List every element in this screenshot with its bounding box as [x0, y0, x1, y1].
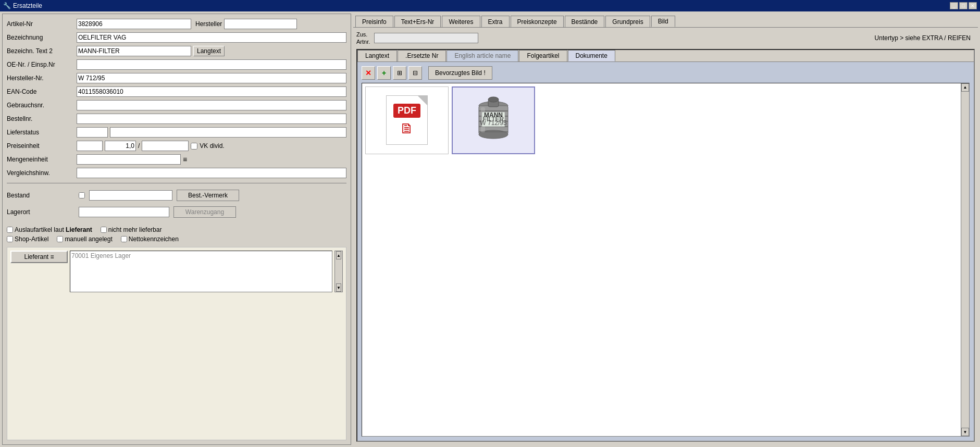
tab-extra[interactable]: Extra: [481, 16, 510, 27]
manuell-item: manuell angelegt: [57, 235, 112, 243]
bestand-row: Bestand Best.-Vermerk: [7, 190, 346, 201]
nicht-lieferbar-label: nicht mehr lieferbar: [108, 226, 162, 233]
preiseinheit-prefix-input[interactable]: [77, 141, 103, 151]
shop-artikel-item: Shop-Artikel: [7, 235, 48, 243]
main-container: Artikel-Nr Hersteller Bezeichnung Bezeic…: [0, 11, 980, 447]
zus-row: Zus.Artnr. Untertyp > siehe EXTRA / REIF…: [356, 31, 975, 46]
auslaufartikel-item: Auslaufartikel laut Lieferant: [7, 226, 92, 233]
hersteller-input[interactable]: [224, 19, 297, 29]
lagerort-row: Lagerort Warenzugang: [7, 206, 346, 218]
best-vermerk-button[interactable]: Best.-Vermerk: [177, 190, 239, 201]
preiseinheit-label: Preiseinheit: [7, 142, 75, 150]
manuell-checkbox[interactable]: [57, 236, 63, 242]
scroll-down-images[interactable]: ▼: [961, 428, 969, 436]
images-area: PDF 🗎: [362, 83, 970, 437]
scrollbar-lager[interactable]: ▲ ▼: [334, 251, 343, 292]
nicht-lieferbar-item: nicht mehr lieferbar: [101, 226, 162, 233]
vergleichshinw-row: Vergleichshinw.: [7, 167, 346, 179]
oe-nr-input[interactable]: [77, 59, 346, 70]
netto-checkbox[interactable]: [121, 236, 127, 242]
title-bar: 🔧 Ersatzteile _ □ ✕: [0, 0, 980, 11]
oil-filter-thumbnail[interactable]: MANN FILTER W 712/95: [452, 86, 535, 154]
preiseinheit-value-input[interactable]: [105, 141, 136, 151]
delete-button[interactable]: ✕: [362, 66, 375, 80]
gebrauchsnr-input[interactable]: [77, 100, 346, 110]
pdf-icon: PDF 🗎: [386, 95, 428, 145]
lieferstatus-row: Lieferstatus: [7, 127, 346, 138]
inner-tab-dokumente[interactable]: Dokumente: [568, 50, 615, 61]
view-list-button[interactable]: ⊟: [408, 66, 422, 80]
lieferstatus-text-input[interactable]: [110, 127, 346, 138]
bezeichn-text2-label: Bezeichn. Text 2: [7, 47, 75, 55]
bezeichnung-label: Bezeichnung: [7, 34, 75, 41]
hersteller-nr-input[interactable]: [77, 73, 346, 83]
maximize-button[interactable]: □: [959, 2, 967, 9]
tab-textErsNr[interactable]: Text+Ers-Nr: [394, 16, 441, 27]
bezeichn-text2-row: Bezeichn. Text 2 Langtext: [7, 45, 346, 57]
warenzugang-button[interactable]: Warenzugang: [173, 206, 236, 218]
inner-tab-langtext[interactable]: Langtext: [357, 50, 397, 61]
inner-tab-english[interactable]: English article name: [446, 50, 518, 61]
preiseinheit-unit-input[interactable]: [142, 141, 189, 151]
vergleichshinw-input[interactable]: [77, 168, 346, 178]
scroll-up-images[interactable]: ▲: [961, 83, 969, 92]
artikel-nr-label: Artikel-Nr: [7, 20, 75, 28]
inner-content: ✕ + ⊞ ⊟ Bevorzugtes Bild !: [357, 62, 974, 441]
bestellnr-input[interactable]: [77, 114, 346, 124]
ean-code-input[interactable]: [77, 86, 346, 97]
bestand-label: Bestand: [7, 192, 75, 199]
top-tabs: Preisinfo Text+Ers-Nr Weiteres Extra Pre…: [353, 14, 978, 28]
inner-tab-ersetzte[interactable]: .Ersetzte Nr: [398, 50, 446, 61]
bestand-input[interactable]: [89, 190, 172, 201]
tab-preisinfo[interactable]: Preisinfo: [355, 16, 393, 27]
artikel-nr-input[interactable]: [77, 19, 191, 29]
bezeichnung-row: Bezeichnung: [7, 32, 346, 43]
inner-tab-folgeartikel[interactable]: Folgeartikel: [519, 50, 567, 61]
bestand-checkbox[interactable]: [79, 192, 85, 198]
langtext-button[interactable]: Langtext: [193, 46, 225, 56]
preiseinheit-row: Preiseinheit / VK divid.: [7, 140, 346, 152]
shop-artikel-label: Shop-Artikel: [15, 235, 48, 243]
bestellnr-row: Bestellnr.: [7, 113, 346, 125]
scroll-down-arrow[interactable]: ▼: [336, 283, 341, 292]
tab-preiskonzepte[interactable]: Preiskonzepte: [511, 16, 564, 27]
oe-nr-row: OE-Nr. / Einsp.Nr: [7, 59, 346, 70]
lieferstatus-label: Lieferstatus: [7, 129, 75, 136]
lieferstatus-input[interactable]: [77, 127, 108, 138]
zus-artnr-input[interactable]: [374, 33, 478, 43]
bevorzugtes-bild-button[interactable]: Bevorzugtes Bild !: [428, 66, 492, 80]
lagerort-input[interactable]: [79, 207, 169, 217]
divider: [7, 183, 346, 183]
auslaufartikel-label: Auslaufartikel laut Lieferant: [15, 226, 92, 233]
tab-grundpreis[interactable]: Grundpreis: [605, 16, 650, 27]
bezeichn-text2-input[interactable]: [77, 46, 191, 56]
images-scrollbar[interactable]: ▲ ▼: [961, 83, 969, 436]
mengeneinheit-input[interactable]: [77, 154, 181, 165]
vk-divid-checkbox[interactable]: [191, 143, 197, 150]
hersteller-nr-label: Hersteller-Nr.: [7, 74, 75, 82]
lieferant-button[interactable]: Lieferant ≡: [10, 251, 68, 263]
auslaufartikel-checkbox[interactable]: [7, 227, 13, 233]
mengeneinheit-icon: ≡: [183, 155, 187, 164]
tab-bild[interactable]: Bild: [651, 16, 675, 27]
scroll-up-arrow[interactable]: ▲: [336, 251, 341, 259]
minimize-button[interactable]: _: [950, 2, 958, 9]
pdf-thumbnail[interactable]: PDF 🗎: [365, 86, 449, 154]
app-icon: 🔧: [3, 2, 11, 9]
scroll-thumb-images: [961, 92, 969, 428]
close-button[interactable]: ✕: [969, 2, 977, 9]
lager-textarea[interactable]: 70001 Eigenes Lager: [70, 251, 332, 292]
add-button[interactable]: +: [377, 66, 391, 80]
netto-label: Nettokennzeichen: [129, 235, 179, 243]
oil-filter-svg: MANN FILTER W 712/95: [467, 94, 519, 146]
checkboxes-section: Auslaufartikel laut Lieferant nicht mehr…: [7, 225, 346, 243]
bezeichnung-input[interactable]: [77, 32, 346, 43]
oil-filter-image: MANN FILTER W 712/95: [467, 94, 519, 146]
shop-artikel-checkbox[interactable]: [7, 236, 13, 242]
bottom-section: Lieferant ≡ 70001 Eigenes Lager ▲ ▼: [7, 247, 346, 440]
view-grid-button[interactable]: ⊞: [393, 66, 406, 80]
tab-bestaende[interactable]: Bestände: [565, 16, 605, 27]
hersteller-nr-row: Hersteller-Nr.: [7, 72, 346, 84]
tab-weiteres[interactable]: Weiteres: [442, 16, 480, 27]
nicht-lieferbar-checkbox[interactable]: [101, 227, 107, 233]
